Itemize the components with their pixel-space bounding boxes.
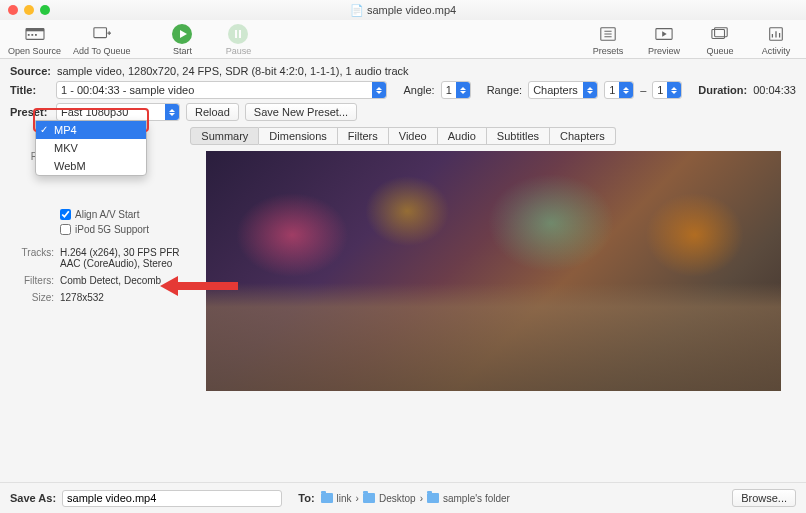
tab-audio[interactable]: Audio — [438, 127, 487, 145]
open-source-button[interactable]: Open Source — [8, 24, 61, 56]
range-type-select[interactable]: Chapters — [528, 81, 598, 99]
add-queue-icon — [90, 24, 114, 44]
folder-icon — [321, 493, 333, 503]
tab-dimensions[interactable]: Dimensions — [259, 127, 337, 145]
start-button[interactable]: Start — [160, 24, 204, 56]
angle-label: Angle: — [403, 84, 434, 96]
angle-select[interactable]: 1 — [441, 81, 471, 99]
format-option-webm[interactable]: WebM — [36, 157, 146, 175]
footer: Save As: To: link› Desktop› sample's fol… — [0, 482, 806, 513]
preview-label: Preview — [648, 46, 680, 56]
window-title: 📄 sample video.mp4 — [350, 4, 456, 17]
svg-rect-4 — [35, 34, 37, 36]
add-queue-label: Add To Queue — [73, 46, 130, 56]
preview-icon — [652, 24, 676, 44]
title-label: Title: — [10, 84, 50, 96]
queue-button[interactable]: Queue — [698, 24, 742, 56]
range-to-select[interactable]: 1 — [652, 81, 682, 99]
pause-icon — [228, 24, 248, 44]
preset-row: Preset: Fast 1080p30 Reload Save New Pre… — [10, 103, 796, 121]
title-select[interactable]: 1 - 00:04:33 - sample video — [56, 81, 387, 99]
svg-rect-1 — [26, 29, 44, 32]
tab-video[interactable]: Video — [389, 127, 438, 145]
close-icon[interactable] — [8, 5, 18, 15]
activity-button[interactable]: Activity — [754, 24, 798, 56]
tab-filters[interactable]: Filters — [338, 127, 389, 145]
range-label: Range: — [487, 84, 522, 96]
folder-icon — [427, 493, 439, 503]
preview-button[interactable]: Preview — [642, 24, 686, 56]
tracks-value: H.264 (x264), 30 FPS PFR AAC (CoreAudio)… — [60, 247, 186, 269]
saveas-input[interactable] — [62, 490, 282, 507]
minimize-icon[interactable] — [24, 5, 34, 15]
annotation-arrow — [160, 274, 240, 298]
activity-icon — [764, 24, 788, 44]
browse-button[interactable]: Browse... — [732, 489, 796, 507]
preset-select[interactable]: Fast 1080p30 — [56, 103, 180, 121]
preview-image — [206, 151, 781, 391]
format-option-mkv[interactable]: MKV — [36, 139, 146, 157]
play-icon — [172, 24, 192, 44]
pause-label: Pause — [226, 46, 252, 56]
source-row: Source: sample video, 1280x720, 24 FPS, … — [10, 65, 796, 77]
duration-value: 00:04:33 — [753, 84, 796, 96]
save-new-preset-button[interactable]: Save New Preset... — [245, 103, 357, 121]
source-value: sample video, 1280x720, 24 FPS, SDR (8-b… — [57, 65, 409, 77]
maximize-icon[interactable] — [40, 5, 50, 15]
presets-label: Presets — [593, 46, 624, 56]
title-row: Title: 1 - 00:04:33 - sample video Angle… — [10, 81, 796, 99]
svg-rect-5 — [94, 28, 107, 38]
filters-label: Filters: — [16, 275, 60, 286]
size-label: Size: — [16, 292, 60, 303]
pause-button[interactable]: Pause — [216, 24, 260, 56]
format-option-mp4[interactable]: MP4 — [36, 121, 146, 139]
activity-label: Activity — [762, 46, 791, 56]
tab-chapters[interactable]: Chapters — [550, 127, 616, 145]
reload-button[interactable]: Reload — [186, 103, 239, 121]
presets-icon — [596, 24, 620, 44]
ipod-checkbox[interactable]: iPod 5G Support — [60, 224, 186, 235]
open-source-icon — [23, 24, 47, 44]
destination-breadcrumb[interactable]: link› Desktop› sample's folder — [321, 493, 510, 504]
source-label: Source: — [10, 65, 51, 77]
add-to-queue-button[interactable]: Add To Queue — [73, 24, 130, 56]
tab-subtitles[interactable]: Subtitles — [487, 127, 550, 145]
toolbar: Open Source Add To Queue Start Pause Pre… — [0, 20, 806, 59]
duration-label: Duration: — [698, 84, 747, 96]
preset-label: Preset: — [10, 106, 50, 118]
svg-rect-3 — [31, 34, 33, 36]
folder-icon — [363, 493, 375, 503]
tracks-label: Tracks: — [16, 247, 60, 269]
format-dropdown: MP4 MKV WebM — [35, 120, 163, 176]
summary-sidebar: Form Align A/V Start iPod 5G Support Tra… — [16, 151, 186, 391]
to-label: To: — [298, 492, 314, 504]
start-label: Start — [173, 46, 192, 56]
format-menu: MP4 MKV WebM — [35, 120, 147, 176]
tab-summary[interactable]: Summary — [190, 127, 259, 145]
titlebar: 📄 sample video.mp4 — [0, 0, 806, 20]
presets-button[interactable]: Presets — [586, 24, 630, 56]
range-from-select[interactable]: 1 — [604, 81, 634, 99]
preview-pane — [196, 151, 790, 391]
range-sep: – — [640, 84, 646, 96]
align-av-checkbox[interactable]: Align A/V Start — [60, 209, 186, 220]
queue-icon — [708, 24, 732, 44]
svg-rect-2 — [27, 34, 29, 36]
queue-label: Queue — [706, 46, 733, 56]
window-controls — [8, 5, 50, 15]
saveas-label: Save As: — [10, 492, 56, 504]
open-source-label: Open Source — [8, 46, 61, 56]
